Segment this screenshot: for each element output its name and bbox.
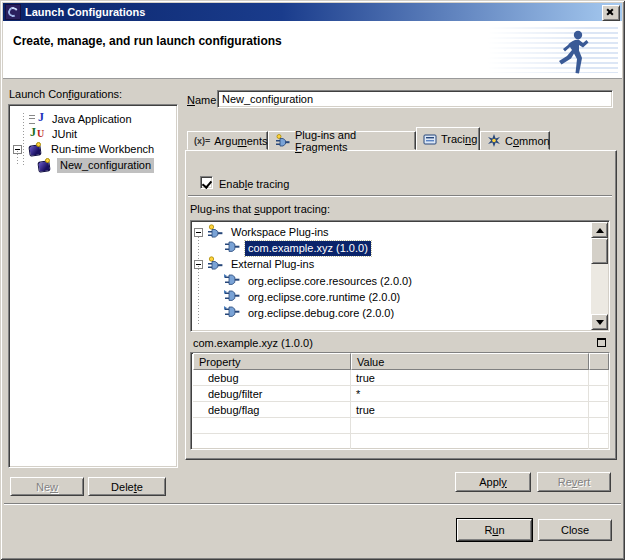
scroll-up-button[interactable] — [591, 222, 608, 238]
tree-item-org-eclipse-core-runtime[interactable]: org.eclipse.core.runtime (2.0.0) — [224, 289, 403, 305]
triangle-up-icon — [596, 228, 604, 233]
plugin-icon — [275, 134, 291, 148]
window-title: Launch Configurations — [25, 6, 145, 18]
column-header-property[interactable]: Property — [193, 353, 351, 370]
plugin-folder-icon — [207, 224, 224, 241]
external-plugin-icon — [224, 290, 241, 304]
tab-strip: (x)= Arguments Plug-ins and Fragments Tr… — [187, 128, 550, 150]
tree-item-com-example-xyz[interactable]: com.example.xyz (1.0.0) — [224, 240, 371, 256]
common-icon — [487, 134, 501, 147]
button-bar-separator — [4, 503, 621, 505]
launch-configurations-label: Launch Configurations: — [9, 88, 122, 100]
name-label: Name: — [187, 94, 219, 106]
workbench-icon — [28, 142, 44, 157]
plugin-folder-icon — [207, 256, 224, 273]
enable-tracing-checkbox[interactable] — [200, 176, 213, 189]
selected-plugin-title: com.example.xyz (1.0.0) — [193, 337, 313, 349]
tree-item-org-eclipse-debug-core[interactable]: org.eclipse.debug.core (2.0.0) — [224, 305, 397, 321]
scrollbar-thumb[interactable] — [591, 238, 608, 264]
separator — [188, 195, 612, 197]
selected-tree-label: New_configuration — [57, 158, 154, 173]
table-row-empty — [191, 434, 609, 450]
column-header-stub — [589, 353, 609, 370]
table-row[interactable]: debug/flag true — [191, 402, 609, 418]
triangle-down-icon — [596, 320, 604, 325]
junit-icon: JU — [29, 127, 45, 141]
tracing-properties-table[interactable]: Property Value debug true debug/filter *… — [190, 352, 610, 450]
selected-tree-label: com.example.xyz (1.0.0) — [245, 241, 371, 256]
arguments-icon: (x)= — [194, 136, 210, 146]
checkmark-icon — [202, 178, 212, 189]
title-bar[interactable]: Launch Configurations — [3, 3, 622, 21]
tree-item-new-configuration[interactable]: New_configuration — [37, 157, 154, 173]
apply-button[interactable]: Apply — [455, 472, 531, 492]
external-plugin-icon — [224, 306, 241, 320]
running-figure-icon — [556, 29, 590, 75]
table-row-empty — [191, 418, 609, 434]
dialog-banner: Create, manage, and run launch configura… — [3, 21, 622, 79]
tracing-plugins-tree[interactable]: Workspace Plug-ins com.example.xyz (1.0.… — [190, 220, 610, 332]
banner-description: Create, manage, and run launch configura… — [13, 34, 282, 48]
delete-button[interactable]: Delete — [88, 477, 166, 496]
java-application-icon: J — [29, 112, 45, 126]
tree-item-workspace-plugins[interactable]: Workspace Plug-ins — [194, 224, 332, 240]
enable-tracing-label[interactable]: Enable tracing — [219, 178, 289, 190]
tree-item-junit[interactable]: JU JUnit — [29, 126, 80, 142]
tab-arguments[interactable]: (x)= Arguments — [187, 131, 268, 150]
launch-configurations-dialog: Launch Configurations Create, manage, an… — [0, 0, 625, 560]
tree-item-runtime-workbench[interactable]: Run-time Workbench — [13, 141, 157, 157]
launch-configurations-tree[interactable]: J Java Application JU JUnit Run-time Wor… — [8, 104, 178, 468]
name-input[interactable]: New_configuration — [217, 90, 613, 108]
tree-scrollbar[interactable] — [591, 222, 608, 330]
tree-item-org-eclipse-core-resources[interactable]: org.eclipse.core.resources (2.0.0) — [224, 273, 415, 289]
close-window-button[interactable] — [602, 5, 620, 21]
plugin-icon — [224, 241, 241, 255]
workbench-icon — [37, 158, 53, 173]
tree-item-external-plugins[interactable]: External Plug-ins — [194, 256, 317, 272]
supported-plugins-label: Plug-ins that support tracing: — [190, 203, 330, 215]
collapse-expander-icon[interactable] — [194, 228, 203, 237]
restore-square-icon[interactable] — [597, 338, 606, 347]
table-row[interactable]: debug true — [191, 370, 609, 386]
revert-button[interactable]: Revert — [537, 472, 611, 492]
tree-item-java-application[interactable]: J Java Application — [29, 111, 135, 127]
close-button[interactable]: Close — [538, 519, 612, 541]
new-button[interactable]: New — [10, 477, 84, 496]
external-plugin-icon — [224, 274, 241, 288]
tab-tracing[interactable]: Tracing — [416, 127, 480, 150]
tracing-icon — [423, 133, 437, 146]
tab-common[interactable]: Common — [480, 131, 550, 150]
eclipse-logo-icon — [5, 4, 21, 20]
run-button[interactable]: Run — [457, 519, 532, 541]
table-row[interactable]: debug/filter * — [191, 386, 609, 402]
column-header-value[interactable]: Value — [351, 353, 589, 370]
scroll-down-button[interactable] — [591, 314, 608, 330]
tab-plugins-and-fragments[interactable]: Plug-ins and Fragments — [268, 131, 416, 150]
